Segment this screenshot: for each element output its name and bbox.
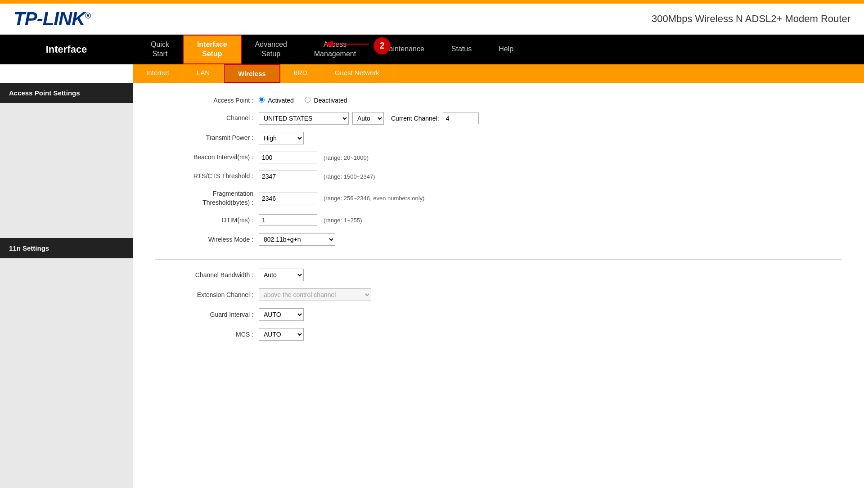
wireless-mode-select[interactable]: 802.11b+g+n 802.11b 802.11g 802.11n (259, 233, 335, 246)
beacon-interval-label: Beacon Interval(ms) : (155, 153, 259, 162)
header: TP-LINK® 300Mbps Wireless N ADSL2+ Modem… (0, 4, 864, 35)
guard-interval-row: Guard Interval : AUTO Long Short (155, 308, 842, 321)
access-point-control: Activated Deactivated (259, 97, 355, 104)
deactivated-radio[interactable] (305, 97, 310, 103)
dtim-hint: (range: 1~255) (324, 217, 362, 224)
activated-label: Activated (268, 97, 294, 104)
tab-interface-setup[interactable]: Interface Setup (183, 35, 242, 64)
sidebar-gap-1 (0, 103, 133, 238)
rts-cts-control: (range: 1500~2347) (259, 171, 375, 182)
activated-radio-label[interactable]: Activated (259, 97, 294, 104)
rts-cts-label: RTS/CTS Threshold : (155, 172, 259, 181)
dtim-row: DTIM(ms) : (range: 1~255) (155, 214, 842, 226)
arrow-2 (315, 37, 374, 62)
sub-tab-6rd[interactable]: 6RD (280, 64, 321, 83)
mcs-label: MCS : (155, 330, 259, 339)
guard-interval-label: Guard Interval : (155, 310, 259, 320)
transmit-power-row: Transmit Power : High Medium Low (155, 132, 842, 144)
beacon-interval-control: (range: 20~1000) (259, 152, 369, 163)
wireless-mode-label: Wireless Mode : (155, 235, 259, 244)
sub-tab-internet[interactable]: Internet (133, 64, 183, 83)
dtim-control: (range: 1~255) (259, 214, 362, 226)
dtim-input[interactable] (259, 214, 317, 226)
frag-threshold-label: FragmentationThreshold(bytes) : (155, 189, 259, 207)
dtim-label: DTIM(ms) : (155, 216, 259, 225)
current-channel-input[interactable] (443, 112, 479, 124)
nav-tabs: Quick Start Interface Setup Advanced Set… (133, 35, 864, 64)
access-point-settings-form: Access Point : Activated Deactivated Cha… (155, 96, 842, 246)
badge-2: 2 (374, 37, 391, 54)
mcs-row: MCS : AUTO 0123 4567 (155, 328, 842, 341)
activated-radio[interactable] (259, 97, 265, 103)
frag-threshold-control: (range: 256~2346, even numbers only) (259, 193, 424, 204)
beacon-interval-row: Beacon Interval(ms) : (range: 20~1000) (155, 152, 842, 163)
annotation-2: 2 (374, 37, 391, 54)
frag-threshold-row: FragmentationThreshold(bytes) : (range: … (155, 189, 842, 207)
nav-area: Interface Quick Start Interface Setup Ad… (0, 35, 864, 64)
beacon-interval-hint: (range: 20~1000) (324, 154, 369, 161)
sidebar: Access Point Settings 11n Settings (0, 83, 133, 488)
channel-row: Channel : UNITED STATES Auto 1234 5678 9… (155, 112, 842, 125)
channel-auto-select[interactable]: Auto 1234 5678 91011 (352, 112, 384, 125)
top-orange-bar (0, 0, 864, 4)
deactivated-label: Deactivated (314, 97, 347, 104)
sub-tab-guest-network[interactable]: Guest Network (321, 64, 393, 83)
main-content: Access Point Settings 11n Settings Acces… (0, 83, 864, 488)
transmit-power-label: Transmit Power : (155, 134, 259, 143)
logo-registered: ® (85, 11, 90, 20)
rts-cts-row: RTS/CTS Threshold : (range: 1500~2347) (155, 171, 842, 182)
sub-nav: Internet LAN Wireless 6RD Guest Network (133, 64, 864, 83)
tab-advanced-setup[interactable]: Advanced Setup (242, 36, 301, 63)
sub-tab-wireless[interactable]: Wireless (224, 64, 280, 83)
extension-channel-row: Extension Channel : above the control ch… (155, 288, 842, 301)
extension-channel-label: Extension Channel : (155, 291, 259, 300)
transmit-power-control: High Medium Low (259, 132, 304, 144)
extension-channel-select[interactable]: above the control channel below the cont… (259, 288, 371, 301)
guard-interval-control: AUTO Long Short (259, 308, 304, 321)
current-channel-label: Current Channel: (391, 115, 439, 122)
nav-wrapper: Interface Quick Start Interface Setup Ad… (0, 35, 864, 83)
wireless-mode-control: 802.11b+g+n 802.11b 802.11g 802.11n (259, 233, 335, 246)
channel-control: UNITED STATES Auto 1234 5678 91011 Curre… (259, 112, 479, 125)
channel-label: Channel : (155, 114, 259, 123)
mcs-select[interactable]: AUTO 0123 4567 (259, 328, 304, 341)
sidebar-access-point-settings: Access Point Settings (0, 83, 133, 103)
sidebar-11n-settings: 11n Settings (0, 238, 133, 258)
channel-bandwidth-select[interactable]: Auto 20MHz 40MHz (259, 269, 304, 281)
transmit-power-select[interactable]: High Medium Low (259, 132, 304, 144)
channel-bandwidth-label: Channel Bandwidth : (155, 271, 259, 280)
arrow-1 (216, 0, 279, 1)
wireless-mode-row: Wireless Mode : 802.11b+g+n 802.11b 802.… (155, 233, 842, 246)
rts-cts-input[interactable] (259, 171, 317, 182)
form-area: Access Point : Activated Deactivated Cha… (133, 83, 864, 488)
tab-status[interactable]: Status (438, 40, 485, 58)
channel-bandwidth-control: Auto 20MHz 40MHz (259, 269, 304, 281)
deactivated-radio-label[interactable]: Deactivated (305, 97, 347, 104)
logo-text: TP-LINK (14, 8, 85, 29)
beacon-interval-input[interactable] (259, 152, 317, 163)
product-name: 300Mbps Wireless N ADSL2+ Modem Router (652, 13, 850, 25)
frag-threshold-input[interactable] (259, 193, 317, 204)
access-point-label: Access Point : (155, 96, 259, 105)
frag-threshold-hint: (range: 256~2346, even numbers only) (324, 195, 424, 202)
channel-bandwidth-row: Channel Bandwidth : Auto 20MHz 40MHz (155, 269, 842, 281)
guard-interval-select[interactable]: AUTO Long Short (259, 308, 304, 321)
sub-tab-lan[interactable]: LAN (183, 64, 224, 83)
tab-quick-start[interactable]: Quick Start (137, 36, 183, 63)
tab-help[interactable]: Help (485, 40, 527, 58)
extension-channel-control: above the control channel below the cont… (259, 288, 371, 301)
section-divider (155, 259, 842, 260)
rts-cts-hint: (range: 1500~2347) (324, 173, 375, 180)
access-point-row: Access Point : Activated Deactivated (155, 96, 842, 105)
brand-logo: TP-LINK® (14, 8, 90, 30)
11n-settings-form: Channel Bandwidth : Auto 20MHz 40MHz Ext… (155, 269, 842, 341)
channel-country-select[interactable]: UNITED STATES (259, 112, 349, 125)
interface-label: Interface (0, 35, 133, 64)
mcs-control: AUTO 0123 4567 (259, 328, 304, 341)
